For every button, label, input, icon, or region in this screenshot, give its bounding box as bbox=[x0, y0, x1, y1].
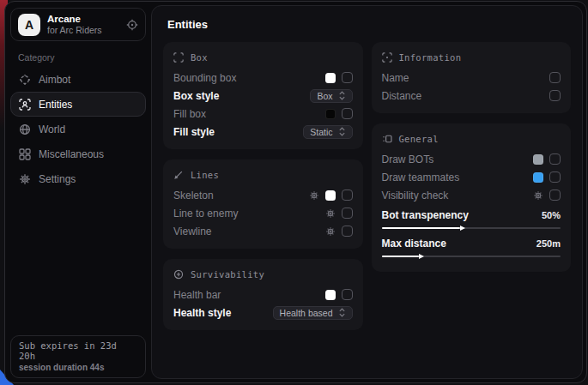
bounding-box-checkbox[interactable] bbox=[342, 72, 353, 83]
crosshair-icon bbox=[19, 74, 31, 86]
right-column: Information Name Distance bbox=[372, 42, 572, 272]
fill-box-checkbox[interactable] bbox=[342, 108, 353, 119]
distance-checkbox[interactable] bbox=[549, 90, 561, 101]
row-label: Fill style bbox=[173, 126, 215, 138]
row-label: Visibility check bbox=[382, 189, 449, 202]
subscription-status: Sub expires in 23d 20h session duration … bbox=[10, 335, 146, 378]
sidebar-item-label: Aimbot bbox=[39, 74, 70, 86]
bot-transparency-slider-group: Bot transpenency 50% bbox=[382, 207, 561, 229]
color-swatch[interactable] bbox=[325, 290, 336, 300]
general-card-title: General bbox=[399, 134, 439, 144]
color-swatch[interactable] bbox=[533, 172, 543, 183]
sidebar-item-entities[interactable]: Entities bbox=[10, 92, 146, 117]
row-gear-icon[interactable] bbox=[325, 226, 336, 237]
brand-subtitle: for Arc Riders bbox=[47, 25, 119, 35]
slider-value: 250m bbox=[536, 238, 561, 249]
survivability-card-title: Survivability bbox=[191, 269, 264, 280]
max-distance-slider[interactable] bbox=[382, 256, 561, 257]
box-card: Box Bounding box Box style bbox=[163, 42, 363, 149]
row-bounding-box: Bounding box bbox=[173, 69, 353, 87]
sidebar: A Arcane for Arc Riders Category bbox=[5, 2, 151, 382]
desktop: A Arcane for Arc Riders Category bbox=[0, 0, 588, 385]
bot-transparency-slider[interactable] bbox=[382, 227, 561, 229]
box-style-dropdown[interactable]: Box bbox=[310, 89, 352, 103]
row-gear-icon[interactable] bbox=[533, 190, 543, 201]
slider-label: Bot transpenency bbox=[382, 209, 469, 221]
lines-card-title: Lines bbox=[191, 170, 219, 180]
brand-text: Arcane for Arc Riders bbox=[47, 14, 119, 35]
color-swatch[interactable] bbox=[533, 154, 543, 165]
health-cross-icon bbox=[173, 269, 184, 280]
max-distance-slider-group: Max distance 250m bbox=[382, 235, 561, 257]
information-card: Information Name Distance bbox=[372, 42, 572, 113]
line-to-enemy-checkbox[interactable] bbox=[342, 208, 353, 219]
dropdown-value: Box bbox=[317, 91, 332, 101]
draw-bots-checkbox[interactable] bbox=[549, 153, 561, 165]
chevron-up-down-icon bbox=[338, 91, 346, 100]
sidebar-item-world[interactable]: World bbox=[10, 117, 146, 141]
row-label: Line to enemy bbox=[173, 208, 238, 220]
row-draw-bots: Draw BOTs bbox=[382, 150, 561, 168]
row-name: Name bbox=[382, 69, 561, 87]
skeleton-checkbox[interactable] bbox=[342, 189, 353, 201]
sidebar-item-label: World bbox=[39, 123, 65, 135]
main-panel: Entities Box bbox=[151, 5, 583, 379]
color-swatch[interactable] bbox=[325, 73, 336, 83]
session-duration-text: session duration 44s bbox=[19, 363, 137, 372]
brand-logo: A bbox=[18, 14, 40, 36]
page-title: Entities bbox=[167, 18, 571, 31]
sidebar-item-settings[interactable]: Settings bbox=[10, 166, 146, 191]
chevron-up-down-icon bbox=[338, 127, 346, 136]
draw-teammates-checkbox[interactable] bbox=[549, 171, 561, 183]
color-swatch[interactable] bbox=[325, 109, 336, 119]
row-gear-icon[interactable] bbox=[325, 208, 336, 219]
brand-title: Arcane bbox=[47, 14, 119, 25]
globe-icon bbox=[19, 123, 31, 135]
row-label: Health bar bbox=[173, 289, 221, 301]
sidebar-item-label: Entities bbox=[39, 99, 72, 111]
row-label: Viewline bbox=[173, 226, 211, 238]
slider-thumb[interactable] bbox=[460, 226, 465, 231]
slider-label: Max distance bbox=[382, 238, 446, 250]
slider-thumb[interactable] bbox=[419, 254, 424, 259]
brand-card: A Arcane for Arc Riders bbox=[10, 8, 146, 41]
information-card-header: Information bbox=[382, 50, 561, 69]
visibility-check-checkbox[interactable] bbox=[549, 189, 561, 201]
row-label: Health style bbox=[173, 307, 231, 319]
layout-grid-icon bbox=[382, 134, 392, 144]
row-label: Box style bbox=[173, 90, 219, 102]
row-label: Name bbox=[382, 72, 409, 84]
pencil-line-icon bbox=[173, 170, 184, 180]
health-bar-checkbox[interactable] bbox=[342, 289, 353, 300]
left-column: Box Bounding box Box style bbox=[163, 42, 363, 330]
info-scan-icon bbox=[382, 52, 392, 63]
survivability-card: Survivability Health bar Health style bbox=[163, 259, 363, 330]
row-gear-icon[interactable] bbox=[309, 190, 319, 201]
sidebar-item-label: Settings bbox=[39, 173, 76, 185]
survivability-card-header: Survivability bbox=[173, 267, 353, 286]
general-card-header: General bbox=[382, 131, 561, 150]
sidebar-item-aimbot[interactable]: Aimbot bbox=[10, 67, 146, 92]
gear-icon bbox=[19, 173, 31, 185]
lines-card: Lines Skeleton bbox=[163, 159, 363, 249]
row-distance: Distance bbox=[382, 87, 561, 105]
row-viewline: Viewline bbox=[173, 222, 353, 240]
color-swatch[interactable] bbox=[325, 190, 336, 201]
row-fill-style: Fill style Static bbox=[173, 123, 353, 141]
information-card-title: Information bbox=[399, 52, 462, 63]
row-draw-teammates: Draw teammates bbox=[382, 168, 561, 186]
box-card-header: Box bbox=[173, 50, 353, 69]
fill-style-dropdown[interactable]: Static bbox=[303, 125, 352, 139]
sidebar-item-miscellaneous[interactable]: Miscellaneous bbox=[10, 141, 146, 166]
row-line-to-enemy: Line to enemy bbox=[173, 204, 353, 222]
row-health-bar: Health bar bbox=[173, 286, 353, 304]
row-label: Bounding box bbox=[173, 72, 236, 84]
slider-value: 50% bbox=[542, 210, 561, 220]
brand-settings-icon[interactable] bbox=[126, 19, 138, 31]
sidebar-item-label: Miscellaneous bbox=[39, 148, 104, 160]
row-label: Draw BOTs bbox=[382, 153, 434, 165]
name-checkbox[interactable] bbox=[549, 72, 561, 83]
viewline-checkbox[interactable] bbox=[342, 226, 353, 237]
health-style-dropdown[interactable]: Health based bbox=[273, 306, 353, 320]
row-label: Distance bbox=[382, 90, 422, 102]
